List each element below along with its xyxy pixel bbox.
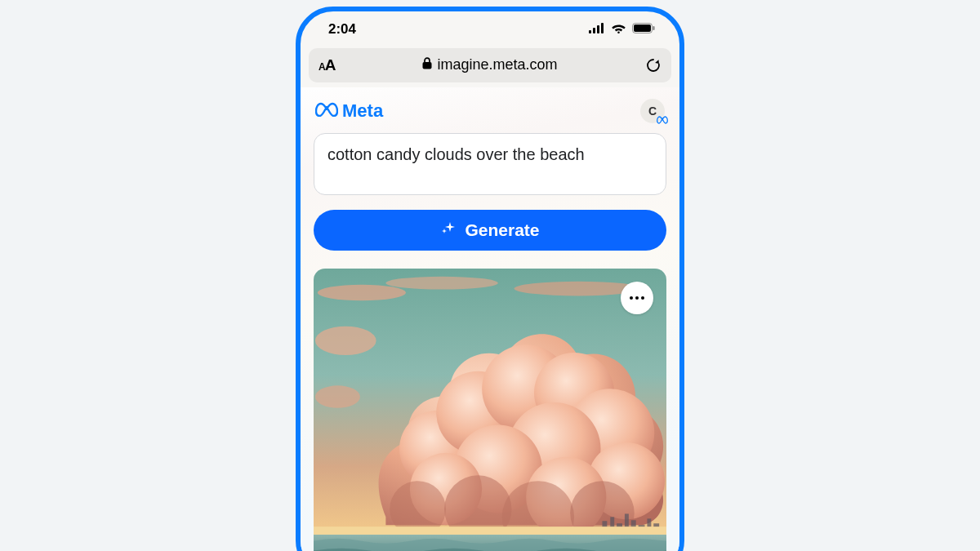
generated-image xyxy=(314,269,666,551)
svg-rect-8 xyxy=(423,62,432,69)
generate-button[interactable]: Generate xyxy=(314,210,666,251)
page-content: Meta C cotton candy clouds over the beac… xyxy=(301,87,679,551)
cellular-icon xyxy=(589,21,605,38)
svg-rect-0 xyxy=(589,30,591,33)
generated-image-card[interactable] xyxy=(314,269,666,551)
status-bar: 2:04 xyxy=(301,11,679,44)
image-more-button[interactable] xyxy=(621,282,653,314)
svg-rect-2 xyxy=(597,25,599,33)
wifi-icon xyxy=(611,21,626,38)
text-size-button[interactable]: AA xyxy=(318,56,335,74)
svg-point-14 xyxy=(315,385,360,407)
reload-button[interactable] xyxy=(645,57,662,73)
svg-point-10 xyxy=(318,285,406,301)
generate-label: Generate xyxy=(465,220,539,240)
ellipsis-icon xyxy=(630,296,644,300)
svg-rect-1 xyxy=(593,28,595,33)
meta-badge-icon xyxy=(657,113,668,127)
brand-name: Meta xyxy=(342,100,383,122)
svg-point-11 xyxy=(385,277,497,290)
meta-logo[interactable]: Meta xyxy=(315,100,383,122)
phone-frame: 2:04 AA xyxy=(296,7,684,551)
svg-rect-7 xyxy=(653,26,655,30)
user-avatar[interactable]: C xyxy=(640,99,665,123)
browser-url-bar[interactable]: AA imagine.meta.com xyxy=(309,48,671,82)
status-indicators xyxy=(589,21,655,38)
prompt-input[interactable]: cotton candy clouds over the beach xyxy=(314,133,666,195)
prompt-text: cotton candy clouds over the beach xyxy=(327,145,585,163)
lock-icon xyxy=(422,56,432,73)
svg-rect-6 xyxy=(634,24,651,32)
battery-icon xyxy=(632,21,655,38)
status-time: 2:04 xyxy=(328,21,356,38)
meta-logo-icon xyxy=(315,102,338,120)
svg-rect-3 xyxy=(601,23,604,33)
avatar-initial: C xyxy=(648,104,657,118)
url-text: imagine.meta.com xyxy=(437,56,557,73)
svg-point-4 xyxy=(617,31,620,33)
svg-point-13 xyxy=(315,327,376,355)
sparkle-icon xyxy=(440,220,457,240)
